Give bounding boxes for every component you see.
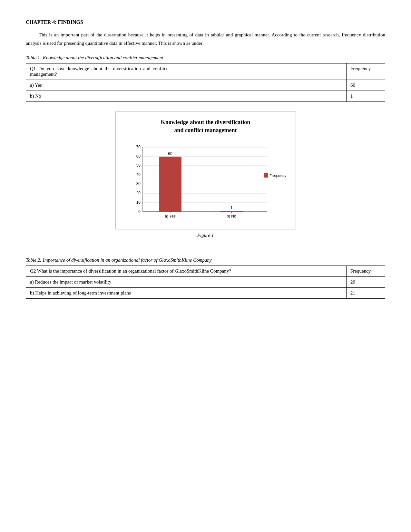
svg-text:60: 60 [136, 154, 141, 159]
svg-text:1: 1 [230, 206, 232, 210]
table2-question: Q2 What is the importance of diversifica… [26, 266, 347, 277]
table2-row-a-value: 20 [347, 277, 385, 288]
svg-text:40: 40 [136, 172, 141, 177]
table1-row-no-value: 1 [347, 91, 385, 102]
svg-text:60: 60 [168, 151, 172, 156]
svg-text:0: 0 [138, 209, 141, 214]
figure1-caption: Figure 1 [197, 233, 214, 238]
table1: Q1 Do you have knowledge about the diver… [26, 63, 385, 102]
chart1-svg: 0 10 20 30 40 50 60 70 60 1 a) Yes b) No [122, 141, 289, 225]
chart1-container: Knowledge about the diversification and … [115, 111, 296, 254]
bar-no [220, 211, 243, 212]
table2-row-b-value: 21 [347, 288, 385, 299]
table1-row-yes-value: 60 [347, 80, 385, 91]
table1-row-no-label: b) No [26, 91, 347, 102]
table1-row-yes-label: a) Yes [26, 80, 347, 91]
table2-caption: Table 2: Importance of diversification i… [26, 257, 385, 263]
svg-text:20: 20 [136, 191, 141, 195]
svg-text:30: 30 [136, 181, 141, 186]
svg-text:50: 50 [136, 163, 141, 168]
table2-row-a-label: a) Reduces the impact of market volatili… [26, 277, 347, 288]
table1-freq-header: Frequency [347, 63, 385, 80]
chapter-title: CHAPTER 4: FINDINGS [26, 19, 385, 25]
svg-text:a) Yes: a) Yes [165, 214, 175, 218]
body-paragraph: This is an important part of the dissert… [26, 31, 385, 47]
table2-row-b-label: b) Helps in achieving of long-term inves… [26, 288, 347, 299]
chart1-box: Knowledge about the diversification and … [115, 111, 296, 229]
table2-freq-header: Frequency [347, 266, 385, 277]
table1-question: Q1 Do you have knowledge about the diver… [26, 63, 347, 80]
table1-caption: Table 1: Knowledge about the diversifica… [26, 55, 385, 61]
legend-label: Frequency [269, 174, 286, 178]
chart1-title: Knowledge about the diversification and … [122, 118, 289, 134]
svg-text:10: 10 [136, 200, 141, 205]
svg-text:b) No: b) No [227, 214, 236, 218]
svg-text:70: 70 [136, 145, 141, 149]
legend-color [264, 173, 268, 178]
bar-yes [159, 157, 181, 212]
table2: Q2 What is the importance of diversifica… [26, 266, 385, 299]
